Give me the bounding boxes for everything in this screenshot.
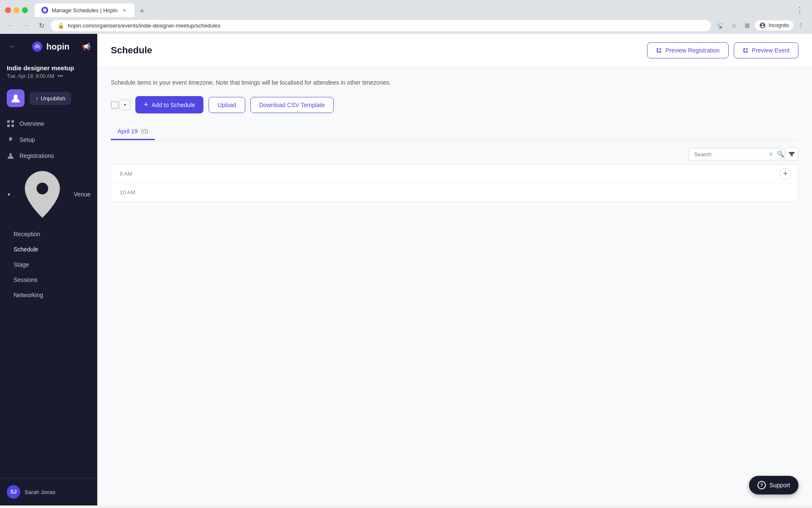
schedule-label: Schedule (14, 246, 38, 253)
svg-point-7 (9, 153, 12, 156)
download-csv-button[interactable]: Download CSV Template (250, 97, 334, 113)
time-grid: 9 AM + 10 AM (111, 164, 798, 202)
app-container: ← hopin 📢 Indie designer meetup Tue, Apr… (0, 34, 812, 505)
svg-rect-6 (11, 124, 14, 127)
tab-count: (0) (141, 128, 148, 135)
filter-button[interactable] (785, 147, 798, 161)
sidebar-footer: SJ Sarah Jonas (0, 478, 97, 505)
split-view-icon[interactable]: ⊞ (741, 19, 753, 31)
external-link-icon-2 (743, 47, 749, 53)
preview-registration-button[interactable]: Preview Registration (647, 42, 728, 58)
networking-label: Networking (14, 292, 43, 298)
event-name: Indie designer meetup (7, 64, 91, 72)
sidebar-back-button[interactable]: ← (7, 41, 19, 52)
event-date-text: Tue, Apr 19, 9:00 AM (7, 73, 54, 79)
sidebar-setup-label: Setup (19, 136, 35, 143)
notifications-icon[interactable]: 📢 (82, 43, 91, 51)
time-row-10am: 10 AM (111, 183, 798, 202)
svg-rect-5 (7, 124, 10, 127)
browser-options-icon[interactable]: ⋮ (795, 19, 807, 31)
header-actions: Preview Registration Preview Event (647, 42, 798, 58)
support-label: Support (769, 482, 790, 489)
hopin-logo-text: hopin (47, 42, 69, 52)
reception-label: Reception (14, 231, 40, 237)
stage-label: Stage (14, 261, 29, 268)
lock-icon: 🔒 (58, 22, 64, 29)
active-tab[interactable]: Manage Schedules | Hopin ✕ (35, 3, 134, 17)
sidebar-item-schedule[interactable]: Schedule (0, 242, 97, 257)
tab-favicon (41, 7, 48, 14)
search-clear-icon[interactable]: ✕ (768, 151, 774, 157)
event-info: Indie designer meetup Tue, Apr 19, 9:00 … (0, 59, 97, 84)
external-link-icon (656, 47, 662, 53)
sidebar-item-overview[interactable]: Overview (0, 116, 97, 132)
venue-nav-section: Reception Schedule Stage Sessions Networ… (0, 225, 97, 304)
bookmark-icon[interactable]: ☆ (728, 19, 740, 31)
svg-point-0 (43, 8, 47, 12)
add-to-schedule-button[interactable]: + Add to Schedule (135, 96, 203, 113)
close-window-button[interactable] (5, 7, 11, 13)
svg-rect-4 (11, 120, 14, 123)
browser-toolbar: ← → ↻ 🔒 hopin.com/organisers/events/indi… (0, 17, 812, 34)
venue-label: Venue (74, 191, 91, 198)
address-bar[interactable]: 🔒 hopin.com/organisers/events/indie-desi… (51, 20, 711, 31)
sidebar-item-stage[interactable]: Stage (0, 257, 97, 272)
hopin-logo: hopin (31, 41, 69, 52)
main-header: Schedule Preview Registration Preview Ev… (97, 34, 812, 67)
search-input[interactable] (694, 151, 765, 157)
sessions-label: Sessions (14, 276, 38, 283)
tab-title: Manage Schedules | Hopin (52, 7, 118, 14)
checkbox-dropdown-button[interactable]: ▾ (119, 99, 130, 110)
event-date-more-button[interactable]: ••• (58, 73, 63, 79)
tab-april19[interactable]: April 19 (0) (111, 124, 155, 140)
sidebar: ← hopin 📢 Indie designer meetup Tue, Apr… (0, 34, 97, 505)
csv-label: Download CSV Template (259, 102, 325, 108)
svg-rect-3 (7, 120, 10, 123)
upload-button[interactable]: Upload (208, 97, 245, 113)
support-button[interactable]: ? Support (749, 476, 798, 494)
user-name: Sarah Jonas (25, 489, 55, 495)
tab-close-button[interactable]: ✕ (121, 7, 128, 14)
sidebar-nav: Overview Setup Registrations ▼ Venue Rec… (0, 112, 97, 478)
unpublish-button[interactable]: ↑ Unpublish (30, 92, 71, 105)
sidebar-item-setup[interactable]: Setup (0, 132, 97, 148)
schedule-toolbar: ▾ + Add to Schedule Upload Download CSV … (111, 96, 798, 113)
unpublish-icon: ↑ (36, 95, 38, 102)
cast-icon[interactable]: 📡 (714, 19, 726, 31)
schedule-note: Schedule items in your event timezone. N… (111, 79, 798, 86)
new-tab-button[interactable]: + (136, 5, 148, 17)
sidebar-header: ← hopin 📢 (0, 34, 97, 59)
sidebar-item-registrations[interactable]: Registrations (0, 148, 97, 164)
support-icon: ? (757, 481, 766, 489)
sidebar-registrations-label: Registrations (19, 152, 54, 159)
reload-button[interactable]: ↻ (36, 19, 47, 31)
browser-menu-button[interactable]: ⋮ (793, 4, 807, 17)
incognito-label: Incognito (768, 22, 789, 28)
add-slot-9am-button[interactable]: + (779, 168, 791, 180)
tab-bar: Manage Schedules | Hopin ✕ + (35, 3, 148, 17)
schedule-search-row: ✕ 🔍 (111, 141, 798, 164)
user-avatar: SJ (7, 485, 20, 499)
forward-button[interactable]: → (20, 19, 32, 31)
preview-event-button[interactable]: Preview Event (734, 42, 798, 58)
event-avatar (7, 89, 25, 107)
sidebar-venue-header[interactable]: ▼ Venue (0, 164, 97, 225)
traffic-lights (5, 7, 28, 13)
toolbar-icons: 📡 ☆ ⊞ Incognito ⋮ (714, 19, 807, 31)
sidebar-item-sessions[interactable]: Sessions (0, 272, 97, 287)
select-all-checkbox[interactable] (111, 101, 118, 109)
maximize-window-button[interactable] (22, 7, 28, 13)
preview-registration-label: Preview Registration (665, 47, 719, 54)
search-box: ✕ 🔍 (689, 148, 782, 160)
add-schedule-label: Add to Schedule (152, 102, 195, 108)
page-title: Schedule (111, 45, 152, 56)
upload-label: Upload (217, 102, 236, 108)
browser-chrome: Manage Schedules | Hopin ✕ + ⋮ ← → ↻ 🔒 h… (0, 0, 812, 34)
plus-icon: + (144, 100, 148, 109)
sidebar-item-networking[interactable]: Networking (0, 287, 97, 303)
search-go-icon[interactable]: 🔍 (777, 151, 784, 157)
sidebar-item-reception[interactable]: Reception (0, 226, 97, 242)
back-button[interactable]: ← (5, 19, 17, 31)
minimize-window-button[interactable] (14, 7, 19, 13)
tab-date-label: April 19 (118, 128, 137, 135)
